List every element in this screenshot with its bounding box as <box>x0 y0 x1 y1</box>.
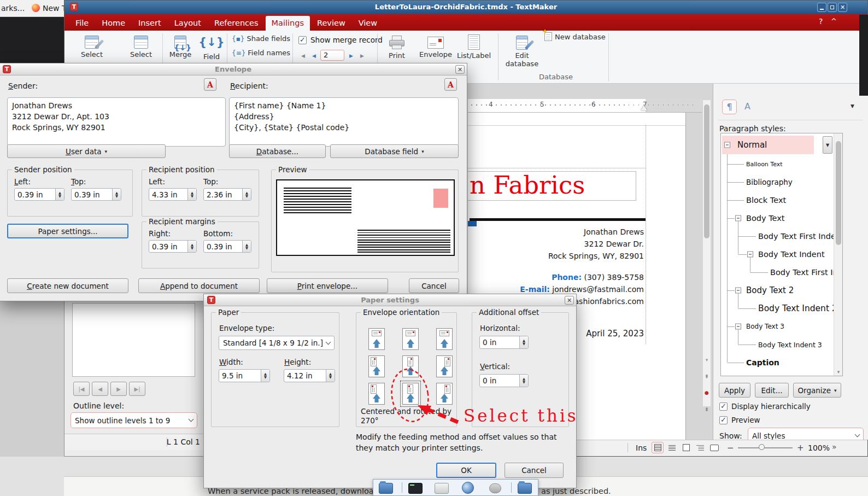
maximize-button[interactable] <box>828 3 837 12</box>
style-item-body-text-first-indent[interactable]: Body Text First Indent <box>721 263 834 281</box>
database-button[interactable]: Database... <box>229 144 326 158</box>
browser-tab-new[interactable]: New T <box>43 4 67 13</box>
organize-button[interactable]: Organize▾ <box>793 383 841 398</box>
collapse-icon[interactable] <box>735 215 741 221</box>
record-last-button[interactable]: ▶ <box>357 51 367 60</box>
folder-icon[interactable] <box>379 483 393 494</box>
ribbon-tab-view[interactable]: View <box>353 16 383 31</box>
spinner-icon[interactable]: ▲▼ <box>187 241 196 252</box>
zoom-slider[interactable] <box>738 447 793 448</box>
edit-style-button[interactable]: Edit... <box>755 383 789 398</box>
spinner-icon[interactable]: ▲▼ <box>261 370 269 382</box>
style-item-dropdown-icon[interactable]: ▼ <box>823 136 832 154</box>
display-hierarchically-checkbox[interactable]: Display hierarchically <box>719 402 811 411</box>
terminal-icon[interactable] <box>408 483 423 494</box>
style-item-body-text-indent-3[interactable]: Body Text Indent 3 <box>721 335 834 353</box>
spinner-icon[interactable]: ▲▼ <box>242 241 251 252</box>
view-outline-icon[interactable] <box>694 442 706 453</box>
nav-next-button[interactable]: ▶ <box>110 382 127 396</box>
field-names-button[interactable]: {≡}Field names <box>232 49 290 57</box>
indent-marker-icon[interactable] <box>641 106 647 110</box>
collapse-ribbon-icon[interactable]: ^ <box>831 17 837 25</box>
dock-toolbar[interactable] <box>373 479 538 496</box>
margin-bottom-spinner[interactable]: 0.39 in▲▼ <box>203 240 251 253</box>
ribbon-help-icon[interactable]: ? <box>819 17 823 26</box>
ribbon-tab-mailings[interactable]: Mailings <box>266 16 310 31</box>
zoom-out-icon[interactable]: − <box>727 443 734 453</box>
paragraph-styles-tab[interactable]: ¶ <box>722 100 737 114</box>
collapse-icon[interactable] <box>724 142 730 148</box>
zoom-slider-knob[interactable] <box>759 444 765 450</box>
spinner-icon[interactable]: ▲▼ <box>326 370 335 382</box>
sender-font-button[interactable]: A <box>204 78 216 91</box>
nav-first-button[interactable]: |◀ <box>73 382 90 396</box>
record-first-button[interactable]: ◀ <box>298 51 308 60</box>
insert-mode-indicator[interactable]: Ins <box>636 444 647 452</box>
spinner-icon[interactable]: ▲▼ <box>519 336 528 348</box>
style-item-body-text-first-indent[interactable]: Body Text First Indent <box>721 227 834 245</box>
recipient-top-spinner[interactable]: 2.36 in▲▼ <box>203 188 251 201</box>
styles-list[interactable]: Normal▼Balloon TextBibliographyBlock Tex… <box>720 133 843 376</box>
ribbon-tab-references[interactable]: References <box>208 16 265 31</box>
create-new-document-button[interactable]: Create new document <box>7 278 128 293</box>
zoom-in-icon[interactable]: + <box>797 443 804 453</box>
frame-handle[interactable] <box>468 221 477 226</box>
ribbon-tab-review[interactable]: Review <box>311 16 351 31</box>
nav-prev-button[interactable]: ◀ <box>92 382 108 396</box>
horizontal-offset-spinner[interactable]: 0 in▲▼ <box>479 336 529 349</box>
apply-button[interactable]: Apply <box>719 383 750 398</box>
style-item-bibliography[interactable]: Bibliography <box>721 173 834 191</box>
paper-cancel-button[interactable]: Cancel <box>505 463 564 478</box>
view-page-layout-icon[interactable] <box>652 442 664 453</box>
append-to-document-button[interactable]: Append to document <box>138 278 260 293</box>
paper-dialog-close-button[interactable]: ✕ <box>565 296 574 305</box>
document-scrollbar-thumb[interactable] <box>704 104 709 238</box>
sidebar-menu-icon[interactable]: ▼ <box>851 103 854 109</box>
style-item-normal[interactable]: Normal▼ <box>721 135 834 155</box>
paper-settings-button[interactable]: Paper settings... <box>7 224 128 238</box>
browse-target-icon[interactable]: ● <box>703 390 711 395</box>
styles-list-scrollbar-thumb[interactable] <box>836 141 841 245</box>
envelope-cancel-button[interactable]: Cancel <box>409 278 459 293</box>
style-item-balloon-text[interactable]: Balloon Text <box>721 155 834 173</box>
orientation-option-3[interactable] <box>436 328 453 350</box>
status-more-icon[interactable]: » <box>832 442 837 451</box>
collapse-icon[interactable] <box>735 287 741 293</box>
recipient-font-button[interactable]: A <box>444 78 457 91</box>
styles-scroll-down-icon[interactable]: ▾ <box>834 369 843 375</box>
device-icon[interactable] <box>489 483 501 493</box>
view-book-icon[interactable] <box>708 442 720 453</box>
browse-down-icon[interactable]: ⇟ <box>703 406 711 412</box>
record-next-button[interactable]: ▶ <box>347 51 356 60</box>
print-envelope-button[interactable]: Print envelope... <box>267 278 388 293</box>
ruler[interactable]: 4 5 6 7 <box>468 99 702 113</box>
outline-level-dropdown[interactable]: Show outline levels 1 to 9 <box>71 412 197 428</box>
browse-prev-icon[interactable]: ▾ <box>703 357 711 363</box>
recipient-textbox[interactable]: {First name} {Name 1} {Address} {City}, … <box>229 97 459 147</box>
spinner-icon[interactable]: ▲▼ <box>187 189 196 200</box>
collapse-icon[interactable] <box>735 323 741 329</box>
style-item-body-text[interactable]: Body Text <box>721 209 834 227</box>
style-item-body-text-indent[interactable]: Body Text Indent <box>721 245 834 263</box>
view-normal-icon[interactable] <box>666 442 678 453</box>
sender-left-spinner[interactable]: 0.39 in▲▼ <box>14 188 64 201</box>
style-item-caption[interactable]: Caption <box>721 353 834 371</box>
ribbon-tab-insert[interactable]: Insert <box>132 16 167 31</box>
style-item-block-text[interactable]: Block Text <box>721 191 834 209</box>
minimize-button[interactable] <box>817 3 826 12</box>
view-fullpage-icon[interactable] <box>680 442 692 453</box>
shade-fields-button[interactable]: {▪}Shade fields <box>232 34 290 43</box>
style-item-body-text-indent-2[interactable]: Body Text Indent 2 <box>721 299 834 317</box>
spinner-icon[interactable]: ▲▼ <box>55 189 64 200</box>
style-item-body-text-2[interactable]: Body Text 2 <box>721 281 834 299</box>
spinner-icon[interactable]: ▲▼ <box>112 189 121 200</box>
ribbon-tab-home[interactable]: Home <box>96 16 131 31</box>
preview-checkbox[interactable]: Preview <box>719 416 760 424</box>
recipient-left-spinner[interactable]: 4.33 in▲▼ <box>149 188 197 201</box>
spinner-icon[interactable]: ▲▼ <box>242 189 251 200</box>
database-field-button[interactable]: Database field▾ <box>330 144 459 158</box>
globe-icon[interactable] <box>462 482 474 494</box>
record-prev-button[interactable]: ◀ <box>309 51 319 60</box>
collapse-icon[interactable] <box>747 251 753 257</box>
new-database-button[interactable]: New database <box>544 32 606 41</box>
